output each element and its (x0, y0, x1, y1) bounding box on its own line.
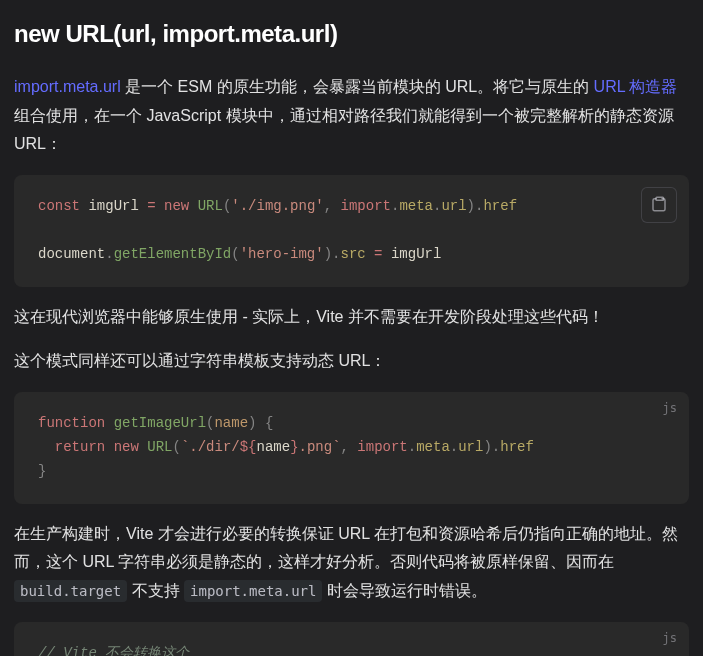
p4-text-1: 在生产构建时，Vite 才会进行必要的转换保证 URL 在打包和资源哈希后仍指向… (14, 525, 678, 571)
code-block-2: js function getImageUrl(name) { return n… (14, 392, 689, 503)
p4-text-3: 时会导致运行时错误。 (322, 582, 486, 599)
paragraph-3: 这个模式同样还可以通过字符串模板支持动态 URL： (14, 347, 689, 376)
code-block-3: js // Vite 不会转换这个 const imgUrl = new URL… (14, 622, 689, 656)
section-heading: new URL(url, import.meta.url) (14, 14, 689, 55)
intro-paragraph: import.meta.url 是一个 ESM 的原生功能，会暴露当前模块的 U… (14, 73, 689, 159)
p4-text-2: 不支持 (127, 582, 184, 599)
copy-button[interactable] (641, 187, 677, 223)
code-lang-label: js (663, 398, 677, 418)
inline-code-import-meta-url: import.meta.url (184, 580, 322, 602)
code-lang-label: js (663, 628, 677, 648)
paragraph-2: 这在现代浏览器中能够原生使用 - 实际上，Vite 并不需要在开发阶段处理这些代… (14, 303, 689, 332)
code-content: function getImageUrl(name) { return new … (14, 392, 689, 503)
import-meta-url-link[interactable]: import.meta.url (14, 78, 121, 95)
inline-code-build-target: build.target (14, 580, 127, 602)
intro-text-2: 组合使用，在一个 JavaScript 模块中，通过相对路径我们就能得到一个被完… (14, 107, 674, 153)
code-content: // Vite 不会转换这个 const imgUrl = new URL(im… (14, 622, 689, 656)
intro-text-1: 是一个 ESM 的原生功能，会暴露当前模块的 URL。将它与原生的 (121, 78, 594, 95)
url-constructor-link[interactable]: URL 构造器 (594, 78, 678, 95)
code-block-1: const imgUrl = new URL('./img.png', impo… (14, 175, 689, 286)
clipboard-icon (650, 195, 668, 216)
paragraph-4: 在生产构建时，Vite 才会进行必要的转换保证 URL 在打包和资源哈希后仍指向… (14, 520, 689, 606)
code-content: const imgUrl = new URL('./img.png', impo… (14, 175, 689, 286)
